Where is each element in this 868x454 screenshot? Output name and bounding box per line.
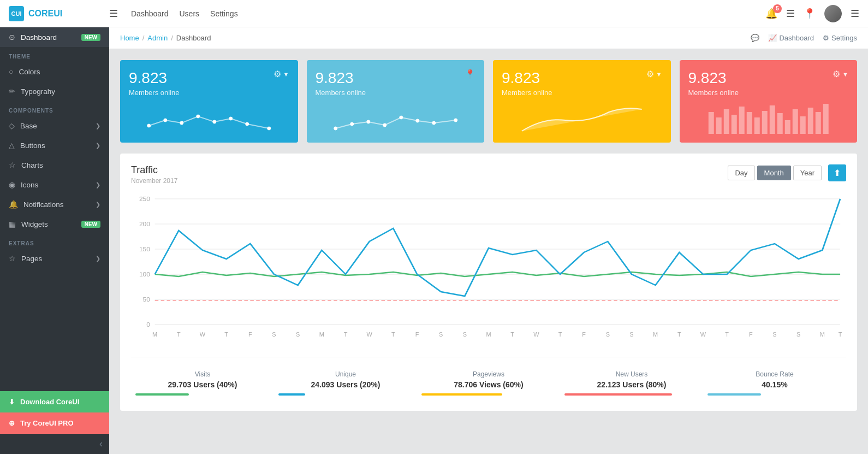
stat-card-4-svg [688,101,849,134]
sidebar-item-label: Charts [21,161,43,169]
settings-gear-icon: ⚙ [823,34,829,42]
notification-bell-button[interactable]: 🔔 5 [765,8,777,20]
svg-text:S: S [629,332,633,338]
chart-stat-visits-value: 29.703 Users (40%) [135,380,270,389]
sidebar-item-label: Colors [19,68,40,76]
breadcrumb-settings-action[interactable]: ⚙ Settings [823,34,857,42]
chart-stat-unique-value: 24.093 Users (20%) [278,380,413,389]
chart-stat-bouncerate-value: 40.15% [708,380,842,389]
location-icon-button[interactable]: 📍 [804,8,816,20]
sidebar-item-charts[interactable]: ☆ Charts [0,155,109,175]
sidebar-item-dashboard[interactable]: ⊙ Dashboard NEW [0,27,109,47]
hamburger-icon[interactable]: ☰ [109,8,118,20]
breadcrumb-bar: Home / Admin / Dashboard 💬 📈 Dashboard ⚙… [109,27,868,49]
chart-btn-year[interactable]: Year [793,166,822,180]
svg-text:150: 150 [139,246,150,252]
colors-icon: ○ [9,67,13,76]
breadcrumb-dashboard-action[interactable]: 📈 Dashboard [768,34,814,42]
svg-text:W: W [700,332,706,338]
sidebar-item-buttons[interactable]: △ Buttons ❯ [0,135,109,155]
sidebar-item-label: Buttons [20,141,45,150]
sidebar: ⊙ Dashboard NEW THEME ○ Colors ✏ Typogra… [0,27,109,454]
sidebar-item-pages[interactable]: ☆ Pages ❯ [0,249,109,268]
stat-card-2-icon[interactable]: 📍 [465,69,475,79]
sidebar-item-typography[interactable]: ✏ Typograhy [0,81,109,101]
svg-text:50: 50 [143,296,150,302]
stat-card-4: 9.823 Members online ⚙ ▼ [680,60,858,143]
sidebar-item-base[interactable]: ◇ Base ❯ [0,116,109,135]
breadcrumb-dashboard-label: Dashboard [779,34,814,42]
sidebar-item-colors[interactable]: ○ Colors [0,62,109,81]
try-coreui-pro-button[interactable]: ⊕ Try CoreUI PRO [0,412,109,434]
stat-card-3-header: 9.823 Members online ⚙ ▼ [502,69,662,97]
brand-name: COREUI [28,9,62,19]
breadcrumb-admin[interactable]: Admin [147,34,168,42]
pages-chevron-icon: ❯ [96,255,100,262]
location-pin-icon: 📍 [465,69,475,79]
breadcrumb-home[interactable]: Home [120,34,139,42]
stat-card-1-svg [129,101,289,134]
svg-rect-18 [723,109,729,134]
svg-point-15 [454,119,457,122]
svg-point-3 [197,115,200,118]
sidebar-item-widgets[interactable]: ▦ Widgets NEW [0,214,109,234]
chart-stat-visits-label: Visits [135,370,270,378]
brand: CUI COREUI [9,6,96,21]
svg-text:W: W [533,332,539,338]
svg-rect-25 [777,113,782,134]
download-coreui-button[interactable]: ⬇ Download CoreUI [0,391,109,412]
svg-point-5 [229,117,233,120]
chart-stat-unique-label: Unique [278,370,413,378]
svg-rect-28 [800,116,805,134]
stat-card-2-content: 9.823 Members online [316,69,366,97]
chart-stat-newusers-value: 22.123 Users (80%) [564,380,699,389]
svg-point-1 [164,119,167,122]
svg-text:M: M [820,332,825,338]
chart-title-block: Traffic November 2017 [131,164,177,185]
chart-upload-button[interactable]: ⬆ [828,164,846,181]
svg-text:F: F [415,332,419,338]
svg-rect-21 [746,112,752,134]
sidebar-item-label: Typograhy [21,87,55,96]
stat-card-1-chart [129,101,289,134]
svg-point-2 [180,121,183,125]
base-icon: ◇ [9,121,15,130]
sidebar-item-label: Widgets [21,220,48,228]
main-layout: ⊙ Dashboard NEW THEME ○ Colors ✏ Typogra… [0,27,868,454]
stat-card-3-icon[interactable]: ⚙ ▼ [646,69,662,79]
try-coreui-pro-label: Try CoreUI PRO [20,419,74,427]
chart-stat-newusers-bar [564,393,672,396]
stat-card-3-chart [502,101,662,134]
list-icon: ☰ [786,8,795,19]
user-avatar[interactable] [824,5,842,22]
chart-stat-visits: Visits 29.703 Users (40%) [131,366,274,400]
sidebar-item-icons[interactable]: ◉ Icons ❯ [0,175,109,194]
stat-card-4-icon[interactable]: ⚙ ▼ [833,69,848,79]
svg-rect-17 [716,117,721,134]
svg-point-4 [213,120,216,123]
stat-card-1-icon[interactable]: ⚙ ▼ [274,69,289,79]
nav-links: Dashboard Users Settings [131,7,752,20]
nav-menu-icon-button[interactable]: ☰ [851,8,859,20]
sidebar-collapse-button[interactable]: ‹ [0,434,109,454]
breadcrumb: Home / Admin / Dashboard [120,34,211,42]
svg-text:S: S [439,332,443,338]
chart-btn-month[interactable]: Month [757,166,791,180]
nav-link-settings[interactable]: Settings [210,7,238,20]
nav-link-users[interactable]: Users [180,7,200,20]
try-icon: ⊕ [9,419,15,427]
list-icon-button[interactable]: ☰ [786,8,795,20]
chart-stats: Visits 29.703 Users (40%) Unique 24.093 … [131,357,846,400]
collapse-icon: ‹ [99,438,103,450]
svg-point-10 [366,120,370,123]
svg-text:T: T [725,332,729,338]
chart-btn-day[interactable]: Day [728,166,754,180]
sidebar-item-notifications[interactable]: 🔔 Notifications ❯ [0,194,109,214]
breadcrumb-chat-action[interactable]: 💬 [751,34,759,42]
svg-rect-22 [754,117,759,134]
stat-card-1-label: Members online [129,89,180,97]
svg-text:M: M [319,332,324,338]
nav-link-dashboard[interactable]: Dashboard [131,7,169,20]
chart-line-icon: 📈 [768,34,777,42]
gear-icon-3: ⚙ [646,69,654,79]
